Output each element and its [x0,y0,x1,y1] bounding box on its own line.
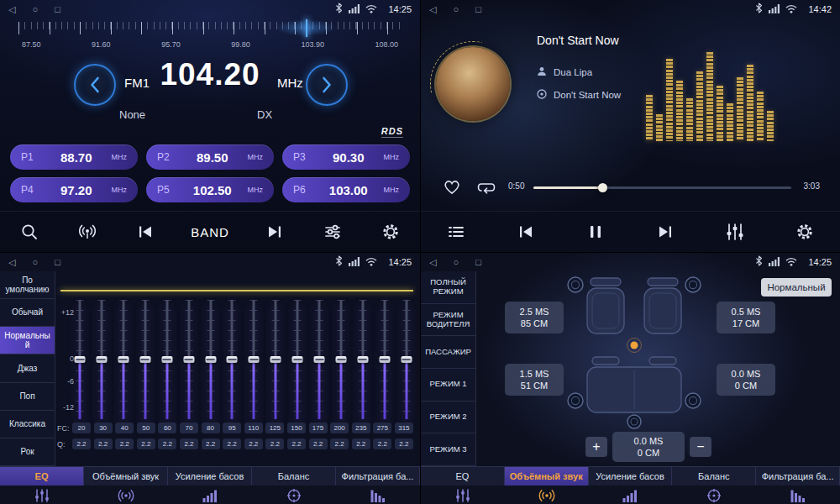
progress-bar[interactable] [533,186,791,189]
audio-tab[interactable]: EQ [0,467,84,486]
equalizer-button[interactable] [313,217,352,247]
eq-slider-knob[interactable] [314,356,325,363]
eq-band-slider[interactable] [334,300,348,419]
eq-preset-item[interactable]: Рок [0,438,55,466]
audio-tab[interactable]: EQ [421,467,505,486]
recents-icon[interactable]: □ [475,0,481,18]
eq-preset-item[interactable]: Обычай [0,299,55,327]
listening-mode-item[interactable]: ПОЛНЫЙ РЕЖИМ [421,271,475,304]
bass-boost-tab-icon[interactable] [168,489,252,502]
pause-button[interactable] [576,217,615,247]
delay-decrease-button[interactable]: − [690,437,711,457]
recents-icon[interactable]: □ [55,253,60,271]
surround-tab-icon[interactable] [505,489,589,502]
tune-down-button[interactable] [74,64,116,106]
recents-icon[interactable]: □ [55,0,60,18]
balance-tab-icon[interactable] [672,488,756,503]
audio-tab[interactable]: Усиление басов [589,467,673,486]
progress-knob[interactable] [598,183,607,192]
eq-slider-knob[interactable] [336,356,347,363]
scan-button[interactable] [10,217,49,247]
preset-button[interactable]: P3 90.30 MHz [282,144,410,170]
eq-tab-icon[interactable] [421,488,505,503]
eq-slider-knob[interactable] [357,356,368,363]
audio-tab[interactable]: Фильтрация ба... [336,467,420,486]
eq-slider-knob[interactable] [118,356,129,363]
eq-preset-item[interactable]: Нормальный [0,327,55,354]
center-delay[interactable]: 0.0 MS 0 CM [612,432,685,462]
eq-band-slider[interactable] [182,300,196,419]
next-station-button[interactable] [255,217,294,247]
home-icon[interactable]: ○ [453,0,459,18]
listening-mode-item[interactable]: ПАССАЖИР [421,336,475,369]
listening-mode-item[interactable]: РЕЖИМ 3 [421,433,475,466]
front-right-delay[interactable]: 0.5 MS 17 CM [717,302,775,333]
eq-band-slider[interactable] [312,300,326,419]
home-icon[interactable]: ○ [453,253,459,271]
eq-slider-knob[interactable] [75,356,86,363]
repeat-icon[interactable] [475,177,498,197]
recents-icon[interactable]: □ [475,253,481,271]
eq-band-slider[interactable] [291,300,304,419]
back-icon[interactable]: ◁ [429,253,436,271]
home-icon[interactable]: ○ [32,253,38,271]
rear-left-delay[interactable]: 1.5 MS 51 CM [505,364,564,396]
rear-right-delay[interactable]: 0.0 MS 0 CM [717,364,775,396]
preset-button[interactable]: P4 97.20 MHz [10,177,138,202]
preset-button[interactable]: P1 88.70 MHz [10,144,138,170]
eq-slider-knob[interactable] [96,356,107,363]
balance-tab-icon[interactable] [252,488,336,503]
listening-mode-item[interactable]: РЕЖИМ ВОДИТЕЛЯ [421,304,475,337]
frequency-ruler[interactable]: 87.5091.6095.7099.80103.90108.00 [18,22,402,49]
eq-preset-item[interactable]: Классика [0,411,55,438]
eq-slider-knob[interactable] [183,356,194,363]
home-icon[interactable]: ○ [32,0,38,18]
tune-up-button[interactable] [306,64,348,106]
broadcast-button[interactable] [68,217,107,247]
band-button[interactable]: BAND [184,217,236,247]
eq-slider-knob[interactable] [379,356,390,363]
eq-slider-knob[interactable] [292,356,303,363]
audio-tab[interactable]: Фильтрация ба... [756,467,840,486]
audio-tab[interactable]: Объёмный звук [84,467,168,486]
back-icon[interactable]: ◁ [8,253,15,271]
filter-tab-icon[interactable] [336,489,420,502]
listening-mode-item[interactable]: РЕЖИМ 1 [421,369,475,402]
audio-tab[interactable]: Баланс [252,467,336,486]
filter-tab-icon[interactable] [756,489,840,502]
eq-band-slider[interactable] [356,300,370,419]
next-track-button[interactable] [646,217,685,247]
settings-button[interactable] [371,217,410,247]
favorite-button[interactable] [441,176,463,197]
equalizer-button[interactable] [716,217,754,247]
eq-band-slider[interactable] [204,300,218,419]
preset-button[interactable]: P6 103.00 MHz [282,177,410,202]
sound-profile-button[interactable]: Нормальный [761,278,832,297]
eq-tab-icon[interactable] [0,488,84,503]
delay-increase-button[interactable]: + [585,437,607,457]
eq-band-slider[interactable] [73,300,87,419]
preset-button[interactable]: P5 102.50 MHz [146,177,274,202]
eq-band-slider[interactable] [95,300,108,419]
listening-mode-item[interactable]: РЕЖИМ 2 [421,402,475,434]
eq-slider-knob[interactable] [227,356,238,363]
playlist-button[interactable] [437,217,475,247]
eq-band-slider[interactable] [160,300,174,419]
eq-slider-knob[interactable] [139,356,150,363]
eq-slider-knob[interactable] [161,356,172,363]
surround-tab-icon[interactable] [84,489,168,502]
eq-band-slider[interactable] [400,300,413,419]
eq-slider-knob[interactable] [401,356,412,363]
audio-tab[interactable]: Объёмный звук [505,467,589,486]
front-left-delay[interactable]: 2.5 MS 85 CM [505,302,564,333]
previous-track-button[interactable] [507,217,545,247]
eq-band-slider[interactable] [378,300,391,419]
eq-band-slider[interactable] [225,300,239,419]
back-icon[interactable]: ◁ [429,0,436,18]
eq-slider-knob[interactable] [270,356,281,363]
eq-slider-knob[interactable] [205,356,216,363]
bass-boost-tab-icon[interactable] [589,489,673,502]
back-icon[interactable]: ◁ [8,0,15,18]
preset-button[interactable]: P2 89.50 MHz [146,144,274,170]
eq-band-slider[interactable] [247,300,260,419]
